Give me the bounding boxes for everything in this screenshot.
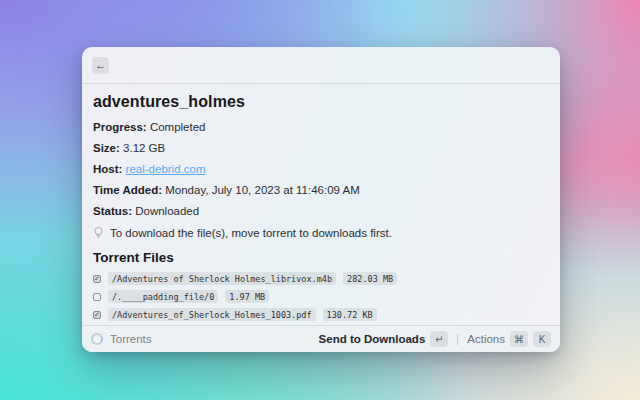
file-size-chip: 1.97 MB bbox=[225, 290, 269, 303]
torrent-detail-window: ← adventures_holmes Progress: Completed … bbox=[82, 47, 560, 352]
checkbox-icon[interactable]: ✓ bbox=[93, 311, 101, 319]
file-name-chip: /Adventures_of_Sherlock_Holmes_1003.pdf bbox=[108, 308, 316, 321]
file-row[interactable]: ✓ /Adventures_of_Sherlock_Holmes_1003.pd… bbox=[93, 309, 549, 320]
meta-value: Completed bbox=[150, 121, 206, 133]
meta-value: Downloaded bbox=[135, 205, 199, 217]
files-heading: Torrent Files bbox=[93, 250, 549, 265]
meta-row-progress: Progress: Completed bbox=[93, 117, 549, 138]
window-header: ← bbox=[82, 47, 560, 84]
meta-label: Host: bbox=[93, 163, 122, 175]
actions-button[interactable]: Actions bbox=[467, 333, 505, 345]
page-title: adventures_holmes bbox=[93, 93, 549, 111]
status-bar-right: Send to Downloads ↵ Actions ⌘ K bbox=[319, 331, 551, 347]
meta-label: Time Added: bbox=[93, 184, 162, 196]
divider bbox=[457, 334, 458, 345]
meta-label: Status: bbox=[93, 205, 132, 217]
window-content: adventures_holmes Progress: Completed Si… bbox=[82, 84, 560, 325]
file-list: ✓ /Adventures of Sherlock Holmes_librivo… bbox=[93, 273, 549, 325]
status-bar: Torrents Send to Downloads ↵ Actions ⌘ K bbox=[82, 325, 560, 352]
back-button[interactable]: ← bbox=[92, 57, 109, 74]
file-row[interactable]: ✓ /.____padding_file/0 1.97 MB bbox=[93, 291, 549, 302]
file-name-chip: /.____padding_file/0 bbox=[108, 290, 218, 303]
return-key-icon: ↵ bbox=[430, 331, 448, 347]
lightbulb-icon bbox=[93, 226, 104, 239]
command-key-icon: ⌘ bbox=[510, 331, 528, 347]
file-name-chip: /Adventures of Sherlock Holmes_librivox.… bbox=[108, 272, 336, 285]
meta-label: Size: bbox=[93, 142, 120, 154]
metadata-list: Progress: Completed Size: 3.12 GB Host: … bbox=[93, 117, 549, 222]
file-row[interactable]: ✓ /Adventures of Sherlock Holmes_librivo… bbox=[93, 273, 549, 284]
meta-row-size: Size: 3.12 GB bbox=[93, 138, 549, 159]
meta-value: Monday, July 10, 2023 at 11:46:09 AM bbox=[165, 184, 360, 196]
meta-row-host: Host: real-debrid.com bbox=[93, 159, 549, 180]
meta-value: 3.12 GB bbox=[123, 142, 165, 154]
back-arrow-icon: ← bbox=[95, 59, 106, 71]
file-size-chip: 282.03 MB bbox=[343, 272, 397, 285]
host-link[interactable]: real-debrid.com bbox=[126, 163, 206, 175]
status-bar-left: Torrents bbox=[91, 333, 152, 345]
tip-row: To download the file(s), move torrent to… bbox=[93, 226, 549, 239]
meta-row-status: Status: Downloaded bbox=[93, 201, 549, 222]
command-name-label: Torrents bbox=[110, 333, 152, 345]
file-size-chip: 130.72 KB bbox=[323, 308, 377, 321]
meta-row-time-added: Time Added: Monday, July 10, 2023 at 11:… bbox=[93, 180, 549, 201]
checkbox-icon[interactable]: ✓ bbox=[93, 275, 101, 283]
extension-ring-icon bbox=[91, 333, 103, 345]
send-to-downloads-button[interactable]: Send to Downloads bbox=[319, 333, 426, 345]
tip-text: To download the file(s), move torrent to… bbox=[110, 227, 392, 239]
k-key-icon: K bbox=[533, 331, 551, 347]
meta-label: Progress: bbox=[93, 121, 147, 133]
checkbox-icon[interactable]: ✓ bbox=[93, 293, 101, 301]
